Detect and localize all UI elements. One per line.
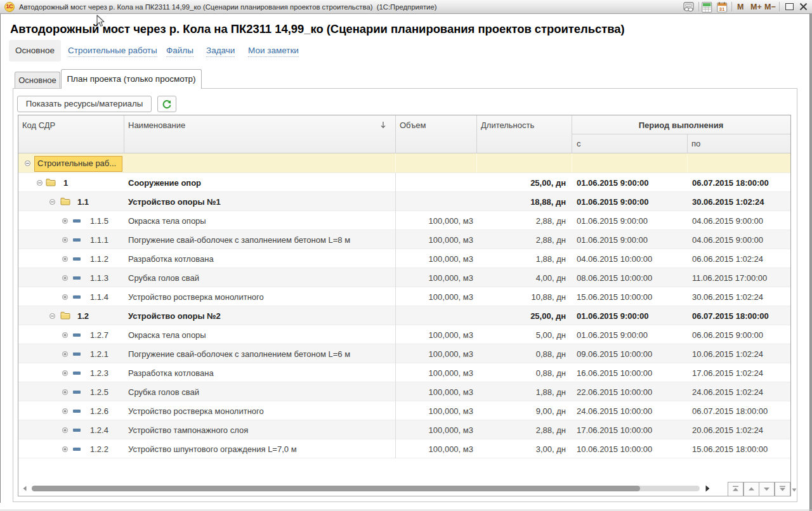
svg-text:31: 31: [719, 6, 725, 12]
